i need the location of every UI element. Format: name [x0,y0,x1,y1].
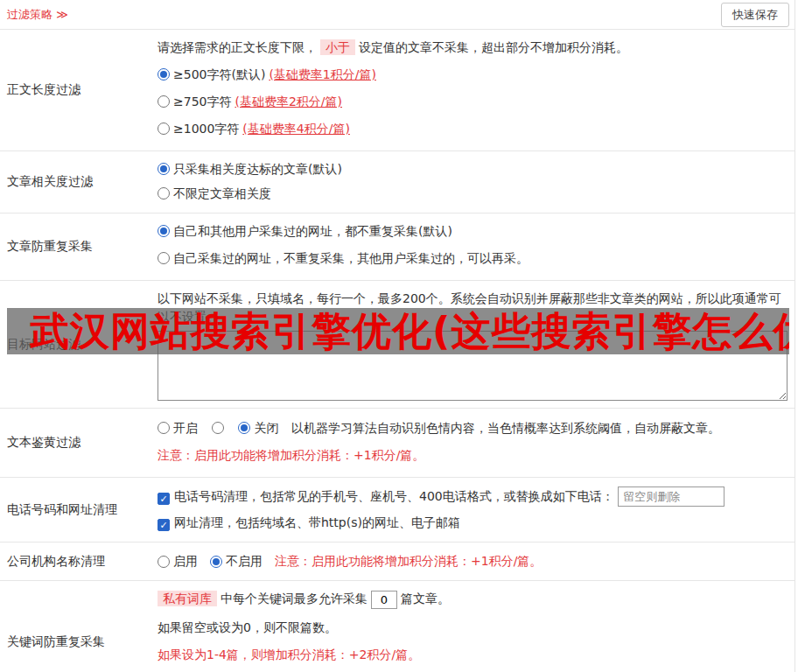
porn-on-text: 开启 [173,421,198,435]
porn-filter-options: 开启 关闭 以机器学习算法自动识别色情内容，当色情概率达到系统阈值，自动屏蔽文章… [158,419,788,437]
porn-off-text: 关闭 [254,421,278,435]
length-option-750-fee: (基础费率2积分/篇) [234,94,342,108]
length-option-750-text: ≥750字符 [173,94,231,108]
radio-porn-off-placeholder [212,422,224,434]
page-title[interactable]: 过滤策略 ≫ [7,7,68,23]
row-phone-url-cleanup: 电话号码和网址清理 ✓电话号码清理，包括常见的手机号、座机号、400电话格式，或… [0,478,794,542]
relevance-content: 只采集相关度达标的文章(默认) 不限定文章相关度 [152,151,794,213]
url-cleanup-line: ✓网址清理，包括纯域名、带http(s)的网址、电子邮箱 [158,514,788,531]
content-length-label: 正文长度过滤 [0,30,152,150]
checkbox-url-cleanup[interactable]: ✓ [158,519,170,531]
replacement-phone-input[interactable] [618,486,724,507]
keyword-dedup-label: 关键词防重复采集 [0,581,152,672]
radio-porn-on[interactable] [158,422,170,434]
company-on-text: 启用 [173,554,198,570]
dedup-option-global-text: 自己和其他用户采集过的网址，都不重复采集(默认) [173,224,452,238]
content-length-content: 请选择需求的正文长度下限，小于设定值的文章不采集，超出部分不增加积分消耗。 ≥5… [152,30,794,150]
keyword-limit-line: 私有词库中每个关键词最多允许采集篇文章。 [158,590,788,609]
radio-relevance-any[interactable] [158,187,170,200]
length-option-1000-fee: (基础费率4积分/篇) [242,122,350,136]
dedup-option-global: 自己和其他用户采集过的网址，都不重复采集(默认) [158,222,788,240]
company-note-prefix: 注意： [275,554,312,570]
dedup-label: 文章防重复采集 [0,214,152,280]
dedup-option-own: 自己采集过的网址，不重复采集，其他用户采集过的，可以再采。 [158,249,788,267]
company-off-text: 不启用 [226,554,262,570]
radio-1000-chars[interactable] [158,122,170,135]
watermark-overlay-banner: 武汉网站搜索引擎优化(这些搜索引擎怎么优 [7,308,789,354]
keyword-note-1-4: 如果设为1-4篇，则增加积分消耗：+2积分/篇。 [158,646,788,663]
dedup-option-own-text: 自己采集过的网址，不重复采集，其他用户采集过的，可以再采。 [173,251,528,265]
porn-filter-desc: 以机器学习算法自动识别色情内容，当色情概率达到系统阈值，自动屏蔽文章。 [291,421,720,435]
company-cleanup-label: 公司机构名称清理 [0,542,152,580]
phone-url-content: ✓电话号码清理，包括常见的手机号、座机号、400电话格式，或替换成如下电话： ✓… [152,478,794,542]
topbar: 过滤策略 ≫ 快速保存 [0,0,794,30]
row-relevance-filter: 文章相关度过滤 只采集相关度达标的文章(默认) 不限定文章相关度 [0,151,794,214]
length-option-1000: ≥1000字符(基础费率4积分/篇) [158,120,788,137]
radio-dedup-global[interactable] [158,225,170,237]
length-option-500-fee: (基础费率1积分/篇) [269,67,376,81]
private-lexicon-badge: 私有词库 [158,591,217,606]
keyword-limit-mid-text: 中每个关键词最多允许采集 [220,592,368,606]
watermark-text: 武汉网站搜索引擎优化(这些搜索引擎怎么优 [7,308,789,354]
relevance-option-any-text: 不限定文章相关度 [173,186,271,200]
company-cleanup-content: 启用 不启用 注意：启用此功能将增加积分消耗：+1积分/篇。 [152,542,794,580]
porn-filter-content: 开启 关闭 以机器学习算法自动识别色情内容，当色情概率达到系统阈值，自动屏蔽文章… [152,409,794,477]
row-keyword-dedup: 关键词防重复采集 私有词库中每个关键词最多允许采集篇文章。 如果留空或设为0，则… [0,581,794,672]
checkbox-phone-cleanup[interactable]: ✓ [158,493,170,505]
row-company-cleanup: 公司机构名称清理 启用 不启用 注意：启用此功能将增加积分消耗：+1积分/篇。 [0,542,794,581]
intro-pre-text: 请选择需求的正文长度下限， [158,40,317,54]
phone-cleanup-line: ✓电话号码清理，包括常见的手机号、座机号、400电话格式，或替换成如下电话： [158,486,788,507]
dedup-content: 自己和其他用户采集过的网址，都不重复采集(默认) 自己采集过的网址，不重复采集，… [152,214,794,280]
porn-filter-note: 注意：启用此功能将增加积分消耗：+1积分/篇。 [158,446,788,464]
porn-filter-label: 文本鉴黄过滤 [0,409,152,477]
length-option-1000-text: ≥1000字符 [173,122,239,136]
keyword-limit-end-text: 篇文章。 [401,592,450,606]
company-note: 启用此功能将增加积分消耗：+1积分/篇。 [312,554,542,570]
row-dedup-collection: 文章防重复采集 自己和其他用户采集过的网址，都不重复采集(默认) 自己采集过的网… [0,214,794,281]
relevance-label: 文章相关度过滤 [0,151,152,213]
length-option-500-text: ≥500字符(默认) [173,67,265,81]
url-cleanup-text: 网址清理，包括纯域名、带http(s)的网址、电子邮箱 [174,515,460,529]
keyword-limit-input[interactable] [371,591,397,609]
content-length-intro: 请选择需求的正文长度下限，小于设定值的文章不采集，超出部分不增加积分消耗。 [158,38,788,56]
keyword-dedup-content: 私有词库中每个关键词最多允许采集篇文章。 如果留空或设为0，则不限篇数。 如果设… [152,581,794,672]
radio-500-chars[interactable] [158,68,170,80]
less-than-tag: 小于 [320,39,355,55]
relevance-option-strict: 只采集相关度达标的文章(默认) [158,160,788,178]
row-porn-filter: 文本鉴黄过滤 开启 关闭 以机器学习算法自动识别色情内容，当色情概率达到系统阈值… [0,409,794,478]
radio-company-off[interactable] [210,556,222,568]
relevance-option-any: 不限定文章相关度 [158,185,788,202]
length-option-500: ≥500字符(默认)(基础费率1积分/篇) [158,66,788,83]
phone-cleanup-text: 电话号码清理，包括常见的手机号、座机号、400电话格式，或替换成如下电话： [174,489,614,503]
keyword-note-zero: 如果留空或设为0，则不限篇数。 [158,619,788,636]
radio-750-chars[interactable] [158,95,170,108]
radio-porn-off[interactable] [238,422,250,434]
length-option-750: ≥750字符(基础费率2积分/篇) [158,93,788,110]
radio-relevance-strict[interactable] [158,163,170,175]
row-content-length-filter: 正文长度过滤 请选择需求的正文长度下限，小于设定值的文章不采集，超出部分不增加积… [0,30,794,151]
relevance-option-strict-text: 只采集相关度达标的文章(默认) [173,162,342,176]
radio-dedup-own[interactable] [158,252,170,264]
radio-company-on[interactable] [158,556,170,568]
intro-post-text: 设定值的文章不采集，超出部分不增加积分消耗。 [359,40,628,54]
phone-url-label: 电话号码和网址清理 [0,478,152,542]
quick-save-button[interactable]: 快速保存 [721,3,789,27]
